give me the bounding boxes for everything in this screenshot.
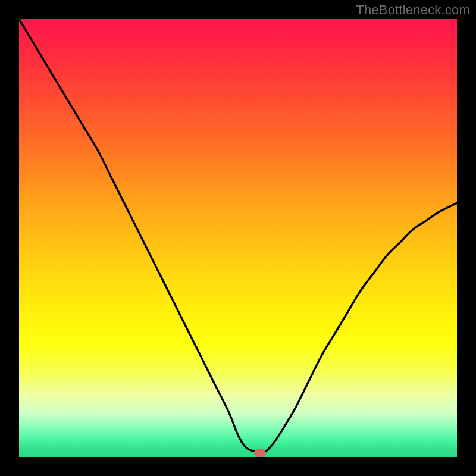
bottleneck-curve (19, 19, 457, 457)
plot-area (19, 19, 457, 457)
watermark-text: TheBottleneck.com (356, 2, 470, 18)
optimal-point-marker (254, 449, 266, 457)
chart-container: TheBottleneck.com (0, 0, 476, 476)
